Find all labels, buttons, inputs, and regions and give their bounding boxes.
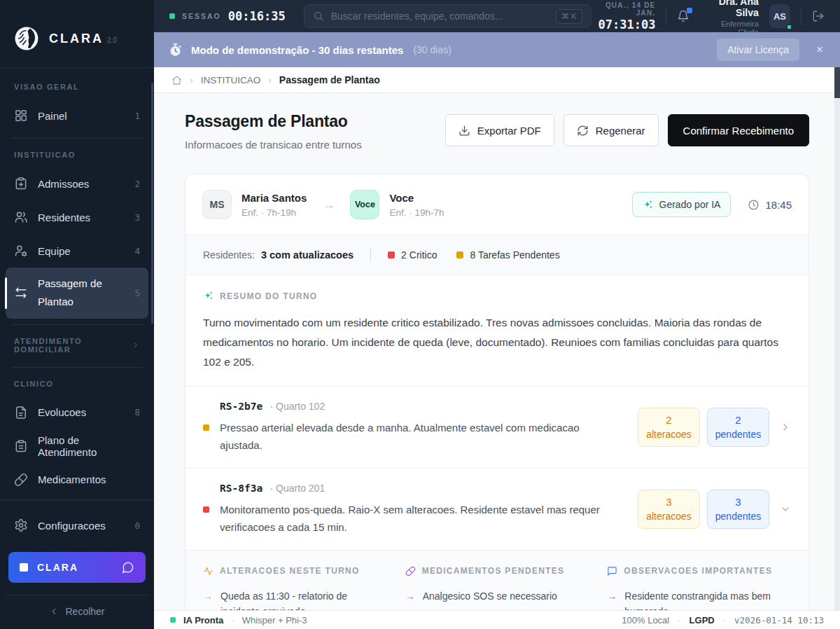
search-input[interactable] <box>331 11 549 22</box>
session-block: SESSAO 00:16:35 <box>169 9 286 23</box>
sidebar-item-admissoes[interactable]: Admissoes 2 <box>6 167 148 200</box>
gear-icon <box>14 518 28 532</box>
close-banner-icon[interactable]: × <box>813 43 826 57</box>
sidebar-item-residentes[interactable]: Residentes 3 <box>6 200 148 234</box>
sidebar-bottom: Configuracoes 0 CLARA Recolher <box>0 499 154 629</box>
resident-info: RS-2b7e · Quarto 102 Pressao arterial el… <box>203 400 625 455</box>
column-item: → Analgesico SOS se necessario <box>405 588 589 604</box>
home-icon[interactable] <box>172 75 182 85</box>
brand-name: CLARA <box>49 32 104 46</box>
pending-tasks-count: 8 Tarefas Pendentes <box>456 249 559 261</box>
changes-column: ALTERACOES NESTE TURNO → Queda as 11:30 … <box>203 566 387 610</box>
to-name: Voce <box>389 192 444 204</box>
pending-counter: 2 pendentes <box>707 408 769 447</box>
topbar-divider <box>666 8 666 25</box>
shift-details-footer: ALTERACOES NESTE TURNO → Queda as 11:30 … <box>186 550 808 610</box>
resident-row[interactable]: RS-2b7e · Quarto 102 Pressao arterial el… <box>186 386 808 468</box>
pill-icon <box>405 566 416 576</box>
sidebar-item-equipe[interactable]: Equipe 4 <box>6 234 148 268</box>
sidebar-item-medicamentos[interactable]: Medicamentos <box>6 463 148 497</box>
sidebar-item-badge: 0 <box>134 520 140 531</box>
sidebar-item-label: Painel <box>38 110 67 122</box>
sidebar-item-label: Passagem de Plantao <box>38 275 125 312</box>
critical-square-icon <box>388 251 395 258</box>
ai-status: IA Pronta <box>183 615 223 625</box>
app-window: CLARA2.0 VISAO GERAL Painel 1 INSTITUICA… <box>0 0 840 629</box>
changes-counter: 3 alteracoes <box>638 490 700 529</box>
ai-ready-dot-icon <box>170 617 176 623</box>
clara-assistant-button[interactable]: CLARA <box>8 552 146 583</box>
stopwatch-icon <box>168 43 183 57</box>
topbar-right: QUA., 14 DE JAN. 07:31:03 Dra. Ana Silva… <box>592 0 825 36</box>
shift-summary-section: RESUMO DO TURNO Turno movimentado com um… <box>186 275 808 386</box>
global-search[interactable]: ⌘ K <box>304 4 592 28</box>
main-scrollbar-thumb[interactable] <box>834 67 840 98</box>
resident-row[interactable]: RS-8f3a · Quarto 201 Monitoramento pos-q… <box>186 468 808 550</box>
confirm-receipt-button[interactable]: Confirmar Recebimento <box>668 114 809 146</box>
online-status-dot <box>786 24 792 30</box>
sidebar-item-badge: 5 <box>134 288 140 298</box>
main-scrollbar[interactable] <box>834 67 840 610</box>
chat-bubble-icon <box>121 561 134 574</box>
resident-code: RS-8f3a <box>220 483 262 494</box>
column-item: → Queda as 11:30 - relatorio de incident… <box>203 588 387 610</box>
breadcrumb: › INSTITUICAO › Passagem de Plantao <box>154 67 840 93</box>
critical-count: 2 Critico <box>388 249 437 261</box>
notifications-button[interactable] <box>677 10 690 22</box>
handoff-card: MS Maria Santos Enf. · 7h-19h → Voce Voc… <box>185 174 809 610</box>
sidebar-item-badge: 3 <box>134 212 140 223</box>
avatar-initials: AS <box>774 11 786 22</box>
sidebar: CLARA2.0 VISAO GERAL Painel 1 INSTITUICA… <box>0 0 154 629</box>
statusbar-right: 100% Local · LGPD · v2026-01-14 10:13 <box>622 615 824 625</box>
regenerate-button[interactable]: Regenerar <box>564 114 659 146</box>
changes-counter: 2 alteracoes <box>638 408 700 447</box>
content-pane: SESSAO 00:16:35 ⌘ K QUA., 14 DE JAN. 07:… <box>154 0 840 629</box>
pending-counter: 3 pendentes <box>707 490 769 529</box>
collapse-label: Recolher <box>65 606 104 617</box>
resident-room: · Quarto 201 <box>270 483 326 494</box>
sidebar-item-evolucoes[interactable]: Evolucoes 8 <box>6 396 148 429</box>
compliance-label: LGPD <box>690 615 715 625</box>
breadcrumb-section[interactable]: INSTITUICAO <box>201 75 261 85</box>
file-text-icon <box>14 406 28 420</box>
statusbar-separator: · <box>678 615 680 625</box>
topbar-date: QUA., 14 DE JAN. <box>592 1 656 17</box>
clock-icon <box>748 199 760 211</box>
pending-square-icon <box>456 251 463 258</box>
demo-mode-banner: Modo de demonstração - 30 dias restantes… <box>154 32 840 67</box>
handoff-from: MS Maria Santos Enf. · 7h-19h <box>202 190 307 219</box>
sidebar-item-badge: 8 <box>134 407 140 417</box>
main-content: Passagem de Plantao Informacoes de trans… <box>154 93 840 610</box>
resident-counters: 2 alteracoes 2 pendentes <box>638 408 769 447</box>
banner-message: Modo de demonstração - 30 dias restantes <box>191 44 403 56</box>
sidebar-item-passagem-de-plantao[interactable]: Passagem de Plantao 5 <box>6 268 148 319</box>
sidebar-item-plano-de-atendimento[interactable]: Plano de Atendimento <box>6 429 148 463</box>
search-icon <box>313 11 324 22</box>
sidebar-item-configuracoes[interactable]: Configuracoes 0 <box>6 509 148 542</box>
sidebar-item-badge: 1 <box>134 111 140 121</box>
nav-group-title: CLINICO <box>6 373 148 396</box>
export-pdf-button[interactable]: Exportar PDF <box>445 114 554 146</box>
banner-days-note: (30 dias) <box>413 44 451 55</box>
sidebar-item-painel[interactable]: Painel 1 <box>6 99 148 132</box>
sidebar-scrollbar[interactable] <box>151 83 153 324</box>
topbar: SESSAO 00:16:35 ⌘ K QUA., 14 DE JAN. 07:… <box>154 0 840 32</box>
activate-license-button[interactable]: Ativar Licença <box>717 39 799 61</box>
collapse-sidebar-button[interactable]: Recolher <box>6 595 148 628</box>
user-menu[interactable]: Dra. Ana Silva Enfermeira Chefe <box>700 0 758 36</box>
ai-status-block: IA Pronta · Whisper + Phi-3 <box>170 615 307 625</box>
sparkles-icon <box>203 291 214 301</box>
avatar[interactable]: AS <box>769 4 790 28</box>
handoff-arrow-icon: → <box>322 198 335 212</box>
arrow-right-icon: → <box>405 588 415 604</box>
sidebar-item-label: Plano de Atendimento <box>38 434 140 458</box>
statusbar-separator: · <box>231 615 234 625</box>
user-gear-icon <box>14 244 28 258</box>
sidebar-item-label: Medicamentos <box>38 474 106 485</box>
nav-group-atendimento[interactable]: ATENDIMENTO DOMICILIAR <box>6 331 148 361</box>
severity-marker-icon <box>203 424 209 431</box>
sidebar-item-label: Residentes <box>38 212 90 223</box>
datetime-block: QUA., 14 DE JAN. 07:31:03 <box>592 1 656 32</box>
column-heading: ALTERACOES NESTE TURNO <box>220 566 360 576</box>
logout-button[interactable] <box>812 10 825 22</box>
